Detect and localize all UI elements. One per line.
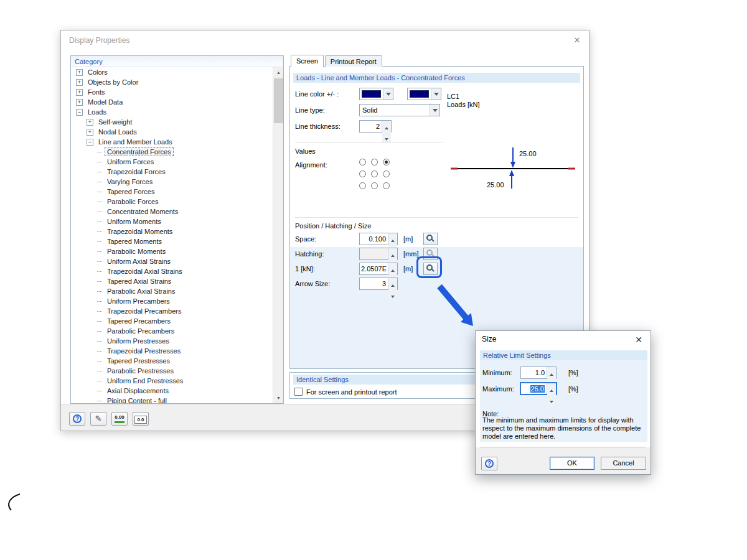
expand-icon[interactable]: + (76, 69, 83, 76)
expand-icon[interactable]: + (76, 99, 83, 106)
spin-down-icon[interactable] (388, 289, 397, 301)
expand-icon[interactable]: + (76, 79, 83, 86)
spin-down-icon[interactable] (382, 132, 391, 143)
tree-item[interactable]: +Self-weight (71, 117, 273, 127)
alignment-radio[interactable] (371, 182, 378, 189)
spin-up-icon[interactable] (382, 121, 391, 132)
tab-printout-report[interactable]: Printout Report (325, 55, 382, 67)
tree-item[interactable]: Trapezoidal Forces (71, 167, 273, 177)
chevron-down-icon[interactable] (383, 88, 393, 100)
tree-item[interactable]: Parabolic Prestresses (71, 366, 273, 376)
tree-item[interactable]: Uniform Precambers (71, 296, 273, 306)
scrollbar-thumb[interactable] (274, 78, 283, 123)
collapse-icon[interactable]: − (87, 139, 93, 146)
tree-item[interactable]: Concentrated Forces (71, 147, 273, 157)
tree-scrollbar[interactable]: ▲ ▼ (273, 67, 283, 403)
tree-item[interactable]: Parabolic Moments (71, 246, 273, 256)
edit-comment-button[interactable]: ✎ (90, 412, 106, 426)
tree-item[interactable]: Uniform Prestresses (71, 336, 273, 346)
alignment-radio[interactable] (371, 170, 378, 177)
spinner-buttons[interactable] (388, 263, 397, 274)
space-details-button[interactable] (423, 233, 438, 245)
help-button[interactable]: ? (481, 457, 497, 470)
screen-printout-checkbox[interactable] (294, 388, 303, 396)
space-spinner[interactable]: 0.100 (359, 233, 398, 245)
line-thickness-spinner[interactable]: 2 (359, 120, 392, 133)
collapse-icon[interactable]: − (76, 109, 83, 116)
tab-screen[interactable]: Screen (291, 55, 324, 67)
alignment-radio[interactable] (359, 182, 366, 189)
alignment-radio[interactable] (359, 159, 366, 166)
tree-item[interactable]: Parabolic Precambers (71, 326, 273, 336)
spinner-buttons[interactable] (388, 278, 397, 289)
tree-item[interactable]: Parabolic Axial Strains (71, 286, 273, 296)
chevron-down-icon[interactable] (431, 88, 441, 100)
force-scale-value[interactable]: 2.0507E (360, 263, 388, 274)
close-icon[interactable]: ✕ (633, 334, 644, 345)
tree-item[interactable]: −Loads (71, 107, 273, 117)
alignment-radio[interactable] (371, 159, 378, 166)
spinner-buttons[interactable] (382, 121, 391, 132)
tree-item[interactable]: Tapered Precambers (71, 316, 273, 326)
chevron-down-icon[interactable] (430, 105, 439, 116)
spinner-buttons[interactable] (547, 367, 556, 378)
tree-item[interactable]: Piping Content - full (71, 396, 273, 403)
tree-item[interactable]: Uniform Moments (71, 217, 273, 226)
cancel-button[interactable]: Cancel (601, 457, 646, 470)
units-button[interactable]: 0.0 (133, 412, 149, 426)
spin-down-icon[interactable] (547, 394, 556, 406)
spin-up-icon[interactable] (547, 367, 556, 378)
arrow-size-spinner[interactable]: 3 (359, 278, 398, 290)
expand-icon[interactable]: + (87, 119, 93, 126)
tree-item[interactable]: Varying Forces (71, 177, 273, 187)
maximum-value[interactable]: 25.0 (521, 383, 547, 394)
tree-item[interactable]: Trapezoidal Axial Strains (71, 266, 273, 276)
scroll-down-icon[interactable]: ▼ (273, 393, 284, 403)
alignment-radio[interactable] (383, 182, 390, 189)
ok-button[interactable]: OK (550, 457, 594, 470)
tree-item[interactable]: Trapezoidal Moments (71, 226, 273, 236)
tree-item[interactable]: −Line and Member Loads (71, 137, 273, 147)
alignment-radio[interactable] (359, 170, 366, 177)
tree-item[interactable]: Axial Displacements (71, 386, 273, 396)
tree-item[interactable]: Trapezoidal Precambers (71, 306, 273, 316)
arrow-size-value[interactable]: 3 (360, 278, 388, 289)
alignment-radio[interactable] (383, 170, 390, 177)
line-color-minus-dropdown[interactable] (407, 88, 441, 100)
spinner-buttons[interactable] (547, 383, 556, 394)
line-type-dropdown[interactable]: Solid (359, 104, 440, 116)
tree-item[interactable]: +Model Data (71, 97, 273, 107)
tree-item[interactable]: +Colors (71, 67, 273, 77)
tree-item[interactable]: Uniform Axial Strains (71, 256, 273, 266)
space-value[interactable]: 0.100 (360, 233, 388, 245)
minimum-value[interactable]: 1.0 (521, 367, 547, 378)
tree-item[interactable]: Tapered Axial Strains (71, 276, 273, 286)
spin-up-icon[interactable] (388, 233, 397, 245)
close-icon[interactable]: ✕ (571, 35, 583, 46)
tree-item[interactable]: Trapezoidal Prestresses (71, 346, 273, 356)
tree-item[interactable]: Concentrated Moments (71, 207, 273, 217)
tree-item[interactable]: Uniform Forces (71, 157, 273, 167)
spin-up-icon[interactable] (388, 278, 397, 289)
line-thickness-value[interactable]: 2 (360, 121, 382, 132)
tree-item[interactable]: Uniform End Prestresses (71, 376, 273, 386)
minimum-spinner[interactable]: 1.0 (520, 366, 557, 379)
spin-up-icon[interactable] (547, 383, 556, 394)
tree-item[interactable]: Tapered Forces (71, 187, 273, 197)
decimal-places-button[interactable]: 0.00 (111, 412, 128, 426)
tree-item[interactable]: Tapered Prestresses (71, 356, 273, 366)
tree-item[interactable]: +Fonts (71, 87, 273, 97)
line-color-plus-dropdown[interactable] (359, 88, 393, 100)
alignment-radio[interactable] (383, 159, 390, 166)
force-scale-spinner[interactable]: 2.0507E (359, 263, 398, 275)
help-button[interactable]: ? (69, 412, 85, 426)
expand-icon[interactable]: + (87, 129, 93, 136)
maximum-spinner[interactable]: 25.0 (520, 382, 557, 395)
tree-item[interactable]: +Objects by Color (71, 77, 273, 87)
spinner-buttons[interactable] (388, 233, 397, 245)
tree-item[interactable]: Parabolic Forces (71, 197, 273, 207)
tree-item[interactable]: Tapered Moments (71, 236, 273, 246)
tree-item[interactable]: +Nodal Loads (71, 127, 273, 137)
scroll-up-icon[interactable]: ▲ (273, 67, 284, 78)
expand-icon[interactable]: + (76, 89, 83, 96)
